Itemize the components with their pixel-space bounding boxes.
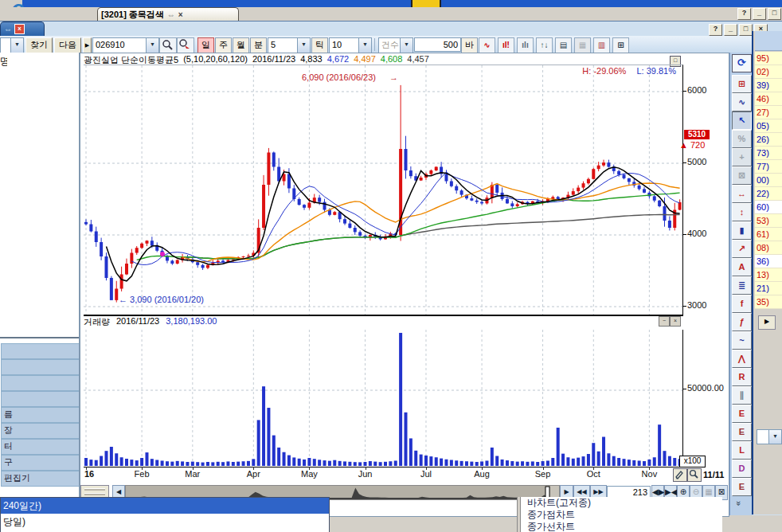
draw-pencil-button[interactable]	[673, 468, 687, 482]
chart-window: ⇔ x ?_□× ▼ 찾기 다음 ▶ 026910 ▼ 일 주 월 분	[0, 21, 782, 515]
indicator-grid-icon[interactable]: ⊞	[732, 75, 752, 93]
vertical-line-icon[interactable]: ↕	[732, 203, 752, 221]
background-combo[interactable]: ▼	[757, 429, 782, 444]
trend-line-icon[interactable]: ↗	[732, 240, 752, 258]
grid-settings-icon[interactable]: ⊞	[612, 37, 629, 53]
date-axis-label: Feb	[130, 469, 154, 479]
period-tick-button[interactable]: 틱	[311, 37, 328, 53]
window-button-minimize[interactable]: _	[724, 24, 737, 36]
tab-stock-search[interactable]: [3201] 종목검색 ⇔ ×	[97, 7, 239, 22]
front-window-tab[interactable]: ⇔ x	[0, 22, 45, 36]
period-week-button[interactable]: 주	[215, 37, 232, 53]
window-button-help[interactable]: ?	[737, 8, 751, 20]
axis-tick	[682, 234, 686, 235]
sidebar-item[interactable]	[1, 343, 80, 359]
sidebar-item[interactable]: 편집기	[1, 471, 80, 487]
fibonacci-icon[interactable]: f	[732, 295, 752, 313]
sidebar-item[interactable]: 름	[1, 407, 80, 423]
advanced-search-button[interactable]	[177, 37, 194, 53]
line-indicator-icon[interactable]: ∿	[479, 37, 495, 53]
sidebar-item[interactable]: 구	[1, 455, 80, 471]
axis-tick	[86, 467, 87, 470]
chevron-down-icon[interactable]: ▼	[10, 38, 23, 53]
parallel-lines-icon[interactable]: ≣	[732, 276, 752, 295]
minute-combo[interactable]: 5 ▼	[268, 37, 311, 53]
chart-type-item[interactable]: 종가선차트	[518, 521, 722, 532]
period-list-item[interactable]: 당일)	[1, 514, 329, 530]
next-button[interactable]: 다음	[54, 37, 81, 53]
mini-chart-icon[interactable]: ∿	[732, 93, 752, 111]
refresh-icon[interactable]: ⟳	[732, 54, 752, 72]
tab-close-icon[interactable]: ×	[178, 10, 183, 19]
new-chart-icon[interactable]: ▤	[555, 37, 572, 53]
pattern-tool-icon[interactable]: ⋀	[732, 350, 752, 368]
chart-book-icon[interactable]: ▥	[593, 37, 610, 53]
search-button[interactable]	[159, 37, 177, 53]
next-arrow-button[interactable]: ▶	[758, 315, 776, 330]
sort-updown-icon[interactable]: ↑↓	[536, 37, 553, 53]
chevron-down-icon[interactable]: ▼	[146, 38, 158, 53]
range-flag-icon[interactable]: ▮	[732, 221, 752, 240]
fan-line-icon[interactable]: ƒ	[732, 313, 752, 331]
window-button-help[interactable]: ?	[709, 24, 722, 36]
expand-panel-button[interactable]: ▶	[83, 37, 92, 53]
left-panel: 명 름장터구편집기	[0, 53, 80, 515]
chevron-down-icon[interactable]: ▼	[297, 38, 310, 53]
volume-histogram-red-icon[interactable]: ıl!	[498, 37, 514, 53]
close-icon[interactable]: x	[14, 24, 25, 34]
chevron-down-icon[interactable]: ▼	[358, 38, 371, 53]
elliott-impulse-icon[interactable]: E	[732, 423, 752, 441]
elliott-wave-icon[interactable]: E	[732, 405, 752, 423]
sidebar-item[interactable]: 장	[1, 423, 80, 439]
tab-label: [3201] 종목검색	[101, 9, 164, 21]
price-pane[interactable]	[84, 65, 683, 316]
zoom-lens-button[interactable]	[687, 468, 702, 482]
channel-icon[interactable]: ∥	[732, 386, 752, 405]
quote-value: 36)	[755, 255, 782, 268]
chart-type-item[interactable]: 종가점차트	[518, 509, 722, 521]
minute-value: 5	[268, 38, 297, 53]
sidebar-item[interactable]	[1, 375, 80, 391]
chart-date: 2016/11/23	[252, 54, 295, 65]
stock-code-combo[interactable]: 026910 ▼	[92, 37, 159, 53]
chevron-down-icon[interactable]: ▼	[768, 430, 781, 444]
chart-type-item[interactable]: 바차트(고저종)	[518, 497, 722, 509]
chart-title: 광진실업 단순이동평균5	[84, 54, 178, 65]
bar-count-input[interactable]: 500	[414, 37, 461, 52]
left-combo[interactable]: ▼	[0, 37, 24, 53]
axis-tick	[366, 467, 366, 470]
date-axis-label: Jul	[414, 469, 438, 479]
volume-histogram-icon[interactable]: ılı	[517, 37, 534, 53]
window-button-maximize[interactable]: □	[768, 8, 781, 20]
horizontal-line-icon[interactable]: ↔	[732, 185, 752, 203]
price-axis-label: 6000	[687, 85, 722, 95]
high-annotation-arrow-icon: →	[389, 72, 398, 82]
text-note-icon[interactable]: A	[732, 258, 752, 276]
axis-end-date: 11/11	[703, 470, 724, 479]
period-minute-button[interactable]: 분	[250, 37, 267, 53]
volume-pane-close-button[interactable]: ×	[670, 316, 681, 327]
tick-combo[interactable]: 10 ▼	[329, 37, 372, 53]
sidebar-item[interactable]	[1, 359, 80, 375]
volume-pane-minimize-button[interactable]: −	[659, 316, 670, 327]
period-day-button[interactable]: 일	[197, 37, 214, 53]
bar-unit-button[interactable]: 바	[461, 37, 478, 53]
quote-value: 35)	[755, 295, 782, 309]
period-month-button[interactable]: 월	[233, 37, 249, 53]
cursor-select-icon[interactable]: ↖	[732, 111, 752, 130]
screen: { "window": { "outer_tab_label": "[3201]…	[0, 0, 782, 532]
volume-pane[interactable]	[84, 330, 683, 467]
sidebar-item[interactable]: 터	[1, 439, 80, 455]
more-tools-icon[interactable]: »	[734, 501, 744, 506]
window-button-minimize[interactable]: _	[753, 8, 766, 20]
window-button-maximize[interactable]: □	[739, 24, 753, 36]
regression-icon[interactable]: R	[732, 368, 752, 386]
price-change-marker: ▲ 720	[679, 140, 711, 150]
period-list-item[interactable]: 240일간)	[1, 498, 329, 514]
find-button[interactable]: 찾기	[25, 37, 53, 53]
log-scale-icon[interactable]: L	[732, 441, 752, 460]
wave-tool-icon[interactable]: ~	[732, 331, 752, 350]
envelope-icon[interactable]: E	[732, 478, 752, 496]
sidebar-item[interactable]	[1, 391, 80, 407]
divergence-icon[interactable]: D	[732, 460, 752, 478]
